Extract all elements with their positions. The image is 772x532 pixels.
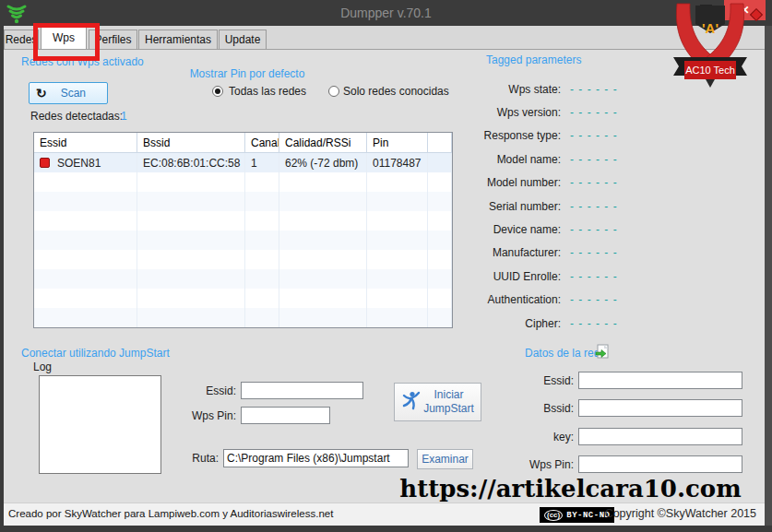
table-cell [428,192,452,211]
red-highlight-annotation [33,23,100,61]
table-cell [137,172,245,192]
table-row-empty [34,172,452,192]
ac10-tech-logo: 'A' AC10 Tech [671,0,749,92]
tagged-field-value: - - - - - - [570,153,618,166]
table-cell [428,289,452,308]
table-cell [34,192,137,211]
table-header-cell[interactable]: Bssid [137,133,245,152]
table-cell: SOEN81 [34,153,137,172]
table-cell [34,211,137,231]
table-cell [279,269,367,289]
netdata-field-label: key: [489,431,574,443]
netdata-field-input[interactable] [578,399,742,417]
tagged-parameter-row: Wps version:- - - - - - [448,100,660,124]
table-cell: 62% (-72 dbm) [279,153,367,172]
table-cell [279,308,367,327]
netdata-field-label: Bssid: [489,402,574,415]
window-border-bottom [0,526,772,532]
table-row-empty [34,308,452,327]
table-cell [137,250,245,269]
tagged-parameters-title: Tagged parameters [486,53,581,66]
tagged-parameter-row: UUID Enrolle:- - - - - - [448,265,660,288]
log-box[interactable] [39,375,161,474]
table-cell [137,192,245,211]
tab-herramientas[interactable]: Herramientas [138,30,218,49]
table-cell: 1 [245,153,279,172]
networks-table-body: SOEN81EC:08:6B:01:CC:58162% (-72 dbm)011… [34,153,452,327]
table-header-cell[interactable]: Essid [34,133,137,152]
netdata-field-input[interactable] [578,455,742,473]
table-cell [34,308,137,327]
radio-todas-las-redes-label[interactable]: Todas las redes [229,85,306,98]
tagged-field-value: - - - - - - [570,293,618,306]
table-cell [367,289,428,308]
netdata-field-input[interactable] [578,428,742,445]
table-header-cell[interactable]: Pin [367,133,428,152]
logo-letter: 'A' [702,20,719,36]
tab-strip: Redes Wps Perfiles Herramientas Update [4,26,765,50]
table-cell [245,289,279,308]
table-row-network[interactable]: SOEN81EC:08:6B:01:CC:58162% (-72 dbm)011… [34,153,452,172]
iniciar-jumpstart-button[interactable]: Iniciar JumpStart [394,383,481,421]
table-cell [245,269,279,289]
table-header-cell[interactable]: Canal [245,133,279,152]
table-cell [34,172,137,192]
jumpstart-runner-icon [400,390,422,414]
tagged-parameter-row: Response type:- - - - - - [448,124,660,148]
jumpstart-wps-pin-label: Wps Pin: [181,409,236,422]
netdata-field-input[interactable] [578,372,742,389]
radio-solo-redes-conocidas-label[interactable]: Solo redes conocidas [343,85,449,98]
jumpstart-essid-input[interactable] [241,382,363,399]
ruta-label: Ruta: [167,452,219,465]
pin-group-title: Mostrar Pin por defecto [164,67,330,80]
table-row-empty [34,192,452,211]
table-cell [367,269,428,289]
table-cell [279,192,367,211]
table-cell [137,308,245,327]
tagged-parameter-row: Authentication:- - - - - - [448,289,660,312]
table-cell [137,269,245,289]
table-cell [137,211,245,231]
tab-update[interactable]: Update [219,30,267,49]
table-cell [279,172,367,192]
radio-todas-las-redes[interactable] [212,86,223,97]
tagged-field-label: Wps state: [448,83,561,96]
table-cell [279,250,367,269]
window-title: Dumpper v.70.1 [0,0,772,26]
table-cell [279,211,367,231]
tagged-field-value: - - - - - - [570,83,618,96]
table-cell [428,172,452,192]
status-bar: Creado por SkyWatcher para Lampiweb.com … [4,502,765,526]
table-header-cell[interactable] [428,133,452,152]
table-cell [34,269,137,289]
table-cell [428,308,452,327]
table-cell [428,250,452,269]
tagged-parameter-row: Serial number:- - - - - - [448,195,660,218]
netdata-section-title: Datos de la red [525,347,600,360]
table-cell [245,172,279,192]
tagged-field-value: - - - - - - [570,317,618,330]
jumpstart-wps-pin-input[interactable] [241,407,330,424]
tagged-parameter-row: Cipher:- - - - - - [448,312,660,335]
tagged-field-value: - - - - - - [570,270,618,283]
tagged-parameter-row: Model number:- - - - - - [448,171,660,195]
ruta-input[interactable] [223,449,409,467]
tagged-field-label: Model name: [448,153,561,166]
table-row-empty [34,289,452,308]
radio-solo-redes-conocidas[interactable] [328,86,339,97]
tagged-parameter-row: Manufacturer:- - - - - - [448,242,660,265]
table-row-empty [34,211,452,231]
tagged-field-value: - - - - - - [570,176,618,189]
table-cell [34,250,137,269]
table-header-cell[interactable]: Calidad/RSSi [279,133,367,152]
examinar-button[interactable]: Examinar [417,449,473,469]
status-credits: Creado por SkyWatcher para Lampiweb.com … [8,508,333,519]
tagged-field-label: Cipher: [448,317,561,330]
scan-button[interactable]: ↻ Scan [29,82,108,104]
log-label: Log [33,361,52,373]
table-row-empty [34,250,452,269]
table-cell [367,231,428,250]
table-row-empty [34,269,452,289]
tagged-parameter-row: Wps state:- - - - - - [448,77,660,100]
cc-icon: (cc) [544,510,563,521]
